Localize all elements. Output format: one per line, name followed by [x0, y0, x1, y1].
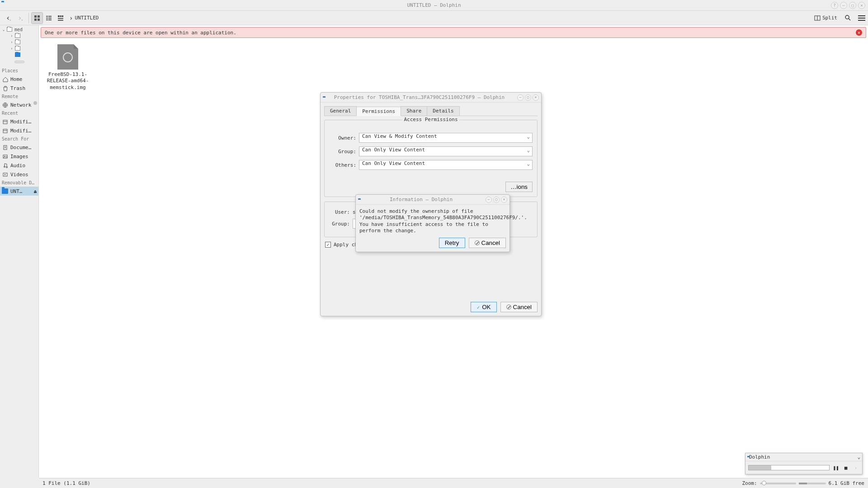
ok-button[interactable]: OK [471, 302, 496, 312]
info-title: Information — Dolphin [358, 197, 484, 202]
tab-details[interactable]: Details [427, 106, 459, 116]
search-videos[interactable]: Videos [0, 170, 38, 179]
pause-button[interactable]: ❚❚ [832, 464, 840, 471]
svg-rect-21 [3, 120, 7, 124]
tree-root-label: med [14, 27, 23, 32]
statusbar: 1 File (1.1 GiB) Zoom: 6.1 GiB free [39, 478, 868, 488]
cancel-icon [506, 305, 511, 310]
apply-subfolders-checkbox[interactable]: ✓ [325, 242, 331, 248]
svg-rect-7 [48, 18, 52, 19]
search-documents[interactable]: Docume… [0, 143, 38, 152]
calendar-icon [2, 127, 8, 134]
icon-view-button[interactable] [31, 12, 43, 24]
free-space: 6.1 GiB free [829, 480, 864, 486]
tab-general[interactable]: General [324, 106, 357, 116]
access-legend: Access Permissions [402, 117, 459, 122]
tab-share[interactable]: Share [401, 106, 427, 116]
toolbar: ‹⌄ ›⌄ › UNTITLED Split [0, 11, 868, 25]
place-trash[interactable]: Trash [0, 84, 38, 93]
separator [28, 13, 29, 23]
info-close-icon[interactable]: × [501, 197, 507, 203]
place-modified-yesterday[interactable]: Modifi… [0, 126, 38, 135]
split-button[interactable]: Split [814, 15, 837, 21]
section-remote: Remote [0, 93, 38, 100]
audio-icon [2, 162, 8, 169]
search-button[interactable] [842, 12, 854, 24]
home-icon [2, 76, 8, 82]
others-label: Others: [329, 162, 356, 168]
network-icon [2, 102, 8, 108]
file-name: FreeBSD-13.1-RELEASE-amd64-memstick.img [45, 71, 90, 91]
info-message: Could not modify the ownership of file '… [359, 208, 506, 234]
place-home[interactable]: Home [0, 75, 38, 84]
menu-button[interactable] [858, 15, 865, 21]
place-network[interactable]: Network [0, 100, 38, 109]
images-icon [2, 153, 8, 160]
retry-button[interactable]: Retry [439, 238, 465, 248]
svg-rect-0 [34, 15, 37, 18]
breadcrumb-label: UNTITLED [75, 15, 99, 21]
details-view-button[interactable] [55, 12, 66, 24]
svg-rect-4 [46, 16, 48, 17]
zoom-label: Zoom: [742, 480, 757, 486]
window-controls: ? – ▢ × [831, 2, 865, 9]
cancel-button[interactable]: Cancel [500, 302, 538, 312]
search-images[interactable]: Images [0, 152, 38, 161]
file-item[interactable]: FreeBSD-13.1-RELEASE-amd64-memstick.img [45, 44, 90, 91]
search-audio[interactable]: Audio [0, 161, 38, 170]
chevron-down-icon[interactable]: ⌄ [857, 454, 860, 460]
zoom-slider[interactable] [760, 483, 796, 484]
split-icon [814, 15, 821, 21]
banner-text: One or more files on this device are ope… [45, 30, 236, 36]
window-titlebar: UNTITLED — Dolphin ? – ▢ × [0, 0, 868, 11]
properties-title: Properties for TOSHIBA_Trans…3FA790C2511… [323, 94, 516, 100]
group-perm-label: Group: [329, 149, 356, 155]
ownership-user-label: User: [329, 209, 350, 215]
maximize-icon[interactable]: ▢ [849, 2, 856, 9]
svg-point-17 [845, 15, 849, 19]
close-icon[interactable]: × [858, 2, 865, 9]
warning-banner: One or more files on this device are ope… [41, 27, 866, 38]
help-icon[interactable]: ? [831, 2, 838, 9]
properties-tabs: General Permissions Share Details [324, 106, 538, 116]
status-left: 1 File (1.1 GiB) [42, 480, 90, 486]
compact-view-button[interactable] [43, 12, 55, 24]
breadcrumb[interactable]: › UNTITLED [69, 14, 99, 22]
section-places: Places [0, 67, 38, 75]
skip-button[interactable]: › [852, 464, 859, 471]
stop-button[interactable]: ■ [842, 464, 849, 471]
space-slider [799, 483, 826, 484]
info-minimize-icon[interactable]: – [486, 197, 492, 203]
owner-label: Owner: [329, 135, 356, 141]
info-titlebar[interactable]: Information — Dolphin – ▢ × [356, 195, 509, 205]
banner-close-icon[interactable]: × [856, 29, 862, 36]
tab-permissions[interactable]: Permissions [356, 107, 401, 116]
folder-tree[interactable]: ⌄med › › › [0, 25, 38, 59]
properties-titlebar[interactable]: Properties for TOSHIBA_Trans…3FA790C2511… [321, 93, 541, 103]
back-button[interactable]: ‹⌄ [3, 12, 14, 24]
notifier-header[interactable]: Dolphin ⌄ [745, 453, 862, 461]
tree-scrollbar[interactable] [33, 25, 37, 478]
section-removable: Removable D… [0, 179, 38, 187]
trash-icon [2, 85, 8, 91]
forward-button[interactable]: ›⌄ [14, 12, 26, 24]
ownership-group-label: Group: [329, 221, 350, 227]
info-cancel-button[interactable]: Cancel [469, 238, 506, 248]
group-perm-select[interactable]: Can Only View Content [359, 146, 533, 156]
svg-rect-1 [38, 15, 40, 18]
removable-untitled[interactable]: UNT… ⏏ [0, 187, 38, 196]
owner-select[interactable]: Can View & Modify Content [359, 133, 533, 143]
minimize-icon[interactable]: – [840, 2, 847, 9]
dialog-close-icon[interactable]: × [533, 94, 539, 101]
videos-icon [2, 171, 8, 178]
advanced-permissions-button[interactable]: …ions [505, 182, 533, 192]
place-modified-today[interactable]: Modifi… [0, 117, 38, 126]
others-select[interactable]: Can Only View Content [359, 160, 533, 170]
tree-zoom-slider[interactable] [14, 61, 24, 63]
dialog-maximize-icon[interactable]: ▢ [525, 94, 531, 101]
dialog-minimize-icon[interactable]: – [517, 94, 524, 101]
svg-rect-14 [58, 20, 63, 21]
cancel-icon [475, 240, 480, 245]
info-maximize-icon[interactable]: ▢ [493, 197, 500, 203]
svg-rect-10 [58, 15, 60, 17]
